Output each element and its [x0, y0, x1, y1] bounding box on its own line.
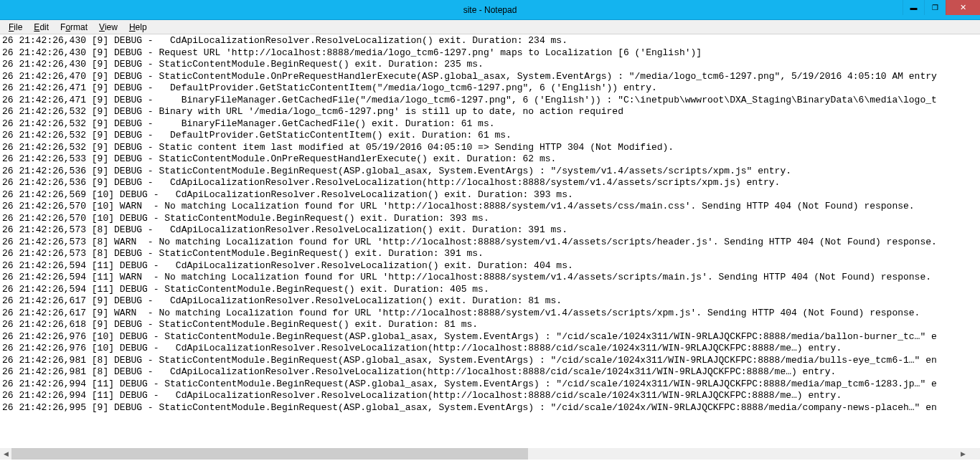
menu-bar: File Edit Format View Help — [0, 20, 980, 34]
menu-help[interactable]: Help — [123, 21, 153, 34]
minimize-button[interactable]: ▬ — [903, 0, 924, 15]
scroll-left-button[interactable]: ◀ — [0, 448, 11, 460]
maximize-icon: ❐ — [932, 4, 938, 11]
window-title: site - Notepad — [0, 5, 980, 15]
scrollbar-corner — [969, 448, 980, 460]
menu-edit[interactable]: Edit — [28, 21, 55, 34]
minimize-icon: ▬ — [910, 4, 918, 11]
menu-view[interactable]: View — [93, 21, 123, 34]
horizontal-scrollbar[interactable]: ◀ ▶ — [0, 448, 969, 460]
text-area[interactable]: 26 21:42:26,430 [9] DEBUG - CdApiLocaliz… — [0, 34, 980, 414]
scroll-right-button[interactable]: ▶ — [957, 448, 969, 460]
close-button[interactable]: ✕ — [946, 0, 980, 15]
scroll-track[interactable] — [11, 448, 957, 460]
scroll-thumb[interactable] — [11, 448, 528, 460]
title-bar: site - Notepad ▬ ❐ ✕ — [0, 0, 980, 20]
close-icon: ✕ — [960, 3, 966, 12]
menu-file[interactable]: File — [3, 21, 28, 34]
menu-format[interactable]: Format — [55, 21, 93, 34]
maximize-button[interactable]: ❐ — [924, 0, 946, 15]
text-area-container: 26 21:42:26,430 [9] DEBUG - CdApiLocaliz… — [0, 34, 980, 460]
window-controls: ▬ ❐ ✕ — [903, 0, 980, 15]
